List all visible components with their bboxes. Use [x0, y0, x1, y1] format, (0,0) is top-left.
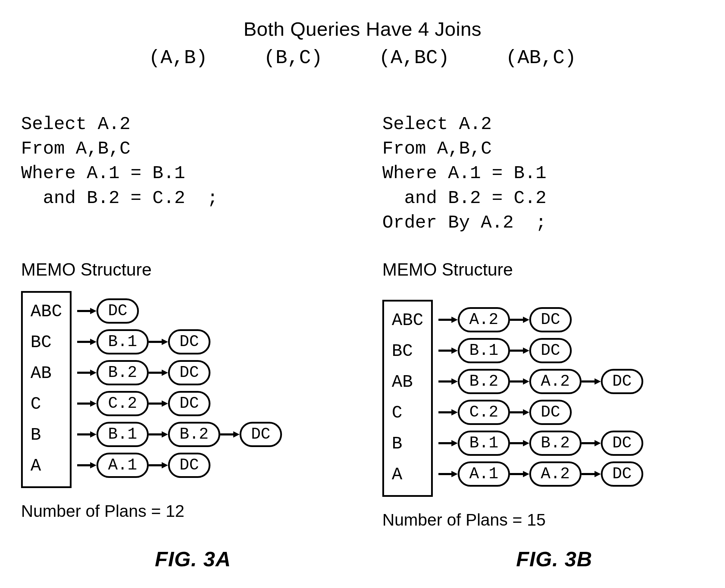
memo-cell: AB: [392, 367, 423, 398]
arrow-icon: [77, 369, 96, 377]
svg-marker-27: [523, 317, 529, 323]
memo-node: DC: [601, 369, 643, 394]
arrow-icon: [149, 399, 168, 408]
svg-marker-19: [233, 431, 240, 438]
join-pair: (A,B): [149, 47, 208, 69]
memo-node: B.1: [458, 431, 510, 456]
svg-marker-43: [451, 440, 458, 446]
memo-node: B.2: [168, 422, 220, 447]
arrow-icon: [582, 377, 601, 386]
memo-chains-b: A.2 DC B.1 DC B.2 A.2 DC C.2: [438, 304, 643, 489]
memo-node: C.2: [96, 391, 149, 416]
arrow-icon: [149, 369, 168, 377]
memo-node: B.1: [458, 338, 510, 363]
arrow-icon: [77, 338, 96, 346]
memo-chain-row: B.1 B.2 DC: [438, 428, 643, 459]
svg-marker-17: [162, 431, 168, 438]
arrow-icon: [77, 399, 96, 408]
memo-box-a: ABC BC AB C B A: [21, 291, 72, 488]
arrow-icon: [510, 439, 529, 447]
arrow-icon: [149, 338, 168, 346]
svg-marker-23: [162, 462, 168, 468]
memo-node: DC: [240, 422, 282, 447]
figure-label-a: FIG. 3A: [21, 547, 365, 571]
memo-node: DC: [529, 400, 572, 425]
svg-marker-53: [595, 471, 601, 477]
memo-cell: B: [392, 428, 423, 459]
svg-marker-15: [90, 431, 96, 438]
memo-cell: ABC: [31, 296, 62, 327]
arrow-icon: [149, 461, 168, 469]
arrow-icon: [77, 461, 96, 469]
memo-chain-row: B.2 A.2 DC: [438, 366, 643, 397]
memo-node: DC: [168, 391, 210, 416]
memo-title-a: MEMO Structure: [21, 259, 152, 280]
arrow-icon: [510, 346, 529, 355]
memo-chain-row: B.1 DC: [77, 326, 282, 357]
memo-cell: BC: [31, 327, 62, 358]
arrow-icon: [582, 439, 601, 447]
memo-chain-row: A.1 DC: [77, 450, 282, 481]
svg-marker-45: [523, 440, 529, 446]
memo-node: DC: [529, 307, 572, 332]
arrow-icon: [438, 346, 458, 355]
memo-cell: B: [31, 420, 62, 451]
svg-marker-9: [162, 370, 168, 376]
memo-node: B.2: [96, 360, 149, 385]
arrow-icon: [510, 377, 529, 386]
svg-marker-41: [523, 409, 529, 415]
svg-marker-49: [451, 471, 458, 477]
sql-query-b: Select A.2 From A,B,C Where A.1 = B.1 an…: [382, 112, 546, 235]
arrow-icon: [77, 430, 96, 439]
memo-node: DC: [529, 338, 572, 363]
arrow-icon: [510, 470, 529, 478]
svg-marker-47: [595, 440, 601, 446]
arrow-icon: [438, 439, 458, 447]
arrow-icon: [438, 470, 458, 478]
svg-marker-21: [90, 462, 96, 468]
plans-count-b: Number of Plans = 15: [382, 510, 546, 529]
memo-chain-row: C.2 DC: [438, 397, 643, 428]
svg-marker-3: [90, 339, 96, 345]
memo-node: B.2: [529, 431, 582, 456]
memo-node: B.1: [96, 422, 149, 447]
svg-marker-1: [90, 308, 96, 314]
svg-marker-7: [90, 370, 96, 376]
join-pair: (B,C): [264, 47, 323, 69]
header-title: Both Queries Have 4 Joins: [0, 18, 725, 40]
memo-chain-row: B.1 B.2 DC: [77, 419, 282, 450]
arrow-icon: [438, 408, 458, 417]
memo-node: DC: [168, 453, 210, 478]
memo-node: DC: [96, 298, 139, 324]
plans-count-a: Number of Plans = 12: [21, 501, 184, 521]
memo-node: B.2: [458, 369, 510, 394]
memo-cell: BC: [392, 336, 423, 367]
memo-cell: ABC: [392, 305, 423, 336]
arrow-icon: [149, 430, 168, 439]
header: Both Queries Have 4 Joins (A,B) (B,C) (A…: [0, 18, 725, 69]
memo-node: A.2: [529, 369, 582, 394]
svg-marker-5: [162, 339, 168, 345]
memo-node: C.2: [458, 400, 510, 425]
svg-marker-35: [523, 378, 529, 385]
memo-chain-row: A.1 A.2 DC: [438, 459, 643, 489]
memo-chain-row: B.1 DC: [438, 335, 643, 366]
memo-cell: A: [31, 451, 62, 481]
join-pair: (AB,C): [506, 47, 577, 69]
memo-chain-row: DC: [77, 296, 282, 326]
memo-node: A.2: [458, 307, 510, 332]
join-pair: (A,BC): [379, 47, 450, 69]
arrow-icon: [438, 377, 458, 386]
svg-marker-11: [90, 400, 96, 407]
memo-diagram-b: ABC BC AB C B A A.2 DC B.1 DC B.2: [382, 300, 433, 497]
memo-node: A.1: [96, 453, 149, 478]
memo-cell: C: [31, 389, 62, 420]
memo-cell: AB: [31, 358, 62, 389]
arrow-icon: [438, 316, 458, 324]
memo-chains-a: DC B.1 DC B.2 DC C.2 DC B.1: [77, 296, 282, 481]
memo-chain-row: B.2 DC: [77, 357, 282, 388]
arrow-icon: [220, 430, 240, 439]
memo-cell: A: [392, 459, 423, 490]
memo-node: DC: [168, 360, 210, 385]
arrow-icon: [510, 316, 529, 324]
